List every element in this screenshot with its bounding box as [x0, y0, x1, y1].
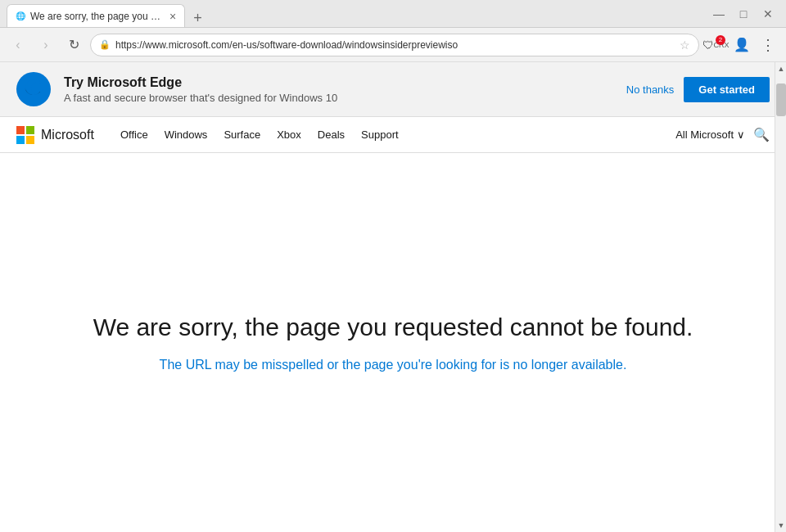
ms-logo-wrap[interactable]: Microsoft	[16, 126, 94, 144]
banner-subtitle: A fast and secure browser that's designe…	[64, 92, 613, 104]
scroll-down-arrow[interactable]: ▼	[775, 519, 786, 532]
refresh-button[interactable]: ↻	[62, 34, 85, 56]
nav-link-deals[interactable]: Deals	[318, 128, 345, 141]
scroll-thumb[interactable]	[776, 83, 786, 116]
ms-logo	[16, 126, 34, 144]
nav-link-surface[interactable]: Surface	[224, 128, 260, 141]
scrollbar[interactable]: ▲ ▼	[775, 62, 786, 532]
edge-logo	[16, 72, 51, 106]
extension-button[interactable]: 🛡 2 CRX	[704, 34, 727, 56]
profile-button[interactable]: 👤	[730, 34, 753, 56]
tab-strip: 🌐 We are sorry, the page you requ… × +	[7, 0, 707, 27]
bookmark-icon[interactable]: ☆	[680, 38, 690, 52]
all-ms-label: All Microsoft	[675, 128, 734, 141]
scroll-track[interactable]	[775, 75, 786, 519]
tab-close-button[interactable]: ×	[169, 10, 176, 23]
scroll-up-arrow[interactable]: ▲	[775, 62, 786, 75]
title-bar: 🌐 We are sorry, the page you requ… × + —…	[0, 0, 786, 28]
extension-badge: 2	[716, 35, 725, 45]
nav-link-office[interactable]: Office	[120, 128, 148, 141]
back-button[interactable]: ‹	[7, 34, 29, 56]
main-content: We are sorry, the page you requested can…	[0, 153, 786, 532]
page-content: Try Microsoft Edge A fast and secure bro…	[0, 62, 786, 532]
error-heading: We are sorry, the page you requested can…	[93, 313, 693, 341]
window-controls: — □ ✕	[707, 2, 779, 25]
get-started-button[interactable]: Get started	[684, 77, 770, 102]
ms-nav-right: All Microsoft ∨ 🔍	[675, 127, 770, 142]
toolbar-icons: 🛡 2 CRX 👤 ⋮	[704, 34, 779, 56]
minimize-button[interactable]: —	[707, 2, 730, 25]
menu-button[interactable]: ⋮	[757, 34, 779, 56]
tab-title: We are sorry, the page you requ…	[30, 11, 161, 22]
avatar: 👤	[734, 37, 750, 52]
chevron-down-icon: ∨	[737, 128, 745, 141]
shield-icon: 🛡	[702, 38, 714, 52]
microsoft-nav: Microsoft Office Windows Surface Xbox De…	[0, 117, 786, 153]
banner-title: Try Microsoft Edge	[64, 75, 613, 90]
no-thanks-button[interactable]: No thanks	[626, 83, 675, 96]
all-microsoft-button[interactable]: All Microsoft ∨	[675, 128, 745, 141]
active-tab[interactable]: 🌐 We are sorry, the page you requ… ×	[7, 4, 185, 27]
new-tab-button[interactable]: +	[190, 10, 206, 27]
nav-link-windows[interactable]: Windows	[165, 128, 208, 141]
address-bar[interactable]: 🔒 https://www.microsoft.com/en-us/softwa…	[90, 34, 699, 56]
banner-actions: No thanks Get started	[626, 77, 770, 102]
browser-frame: 🌐 We are sorry, the page you requ… × + —…	[0, 0, 786, 532]
lock-icon: 🔒	[99, 39, 111, 50]
nav-link-xbox[interactable]: Xbox	[277, 128, 301, 141]
tab-favicon: 🌐	[16, 11, 25, 20]
ms-nav-links: Office Windows Surface Xbox Deals Suppor…	[120, 128, 656, 141]
error-subtext: The URL may be misspelled or the page yo…	[160, 358, 627, 372]
ms-logo-text: Microsoft	[41, 128, 94, 142]
search-button[interactable]: 🔍	[753, 127, 770, 142]
close-button[interactable]: ✕	[757, 2, 779, 25]
nav-link-support[interactable]: Support	[361, 128, 399, 141]
edge-banner: Try Microsoft Edge A fast and secure bro…	[0, 62, 786, 117]
url-text: https://www.microsoft.com/en-us/software…	[115, 39, 675, 51]
search-icon: 🔍	[753, 128, 770, 142]
banner-text: Try Microsoft Edge A fast and secure bro…	[64, 75, 613, 104]
navigation-bar: ‹ › ↻ 🔒 https://www.microsoft.com/en-us/…	[0, 28, 786, 62]
maximize-button[interactable]: □	[732, 2, 755, 25]
forward-button[interactable]: ›	[34, 34, 57, 56]
